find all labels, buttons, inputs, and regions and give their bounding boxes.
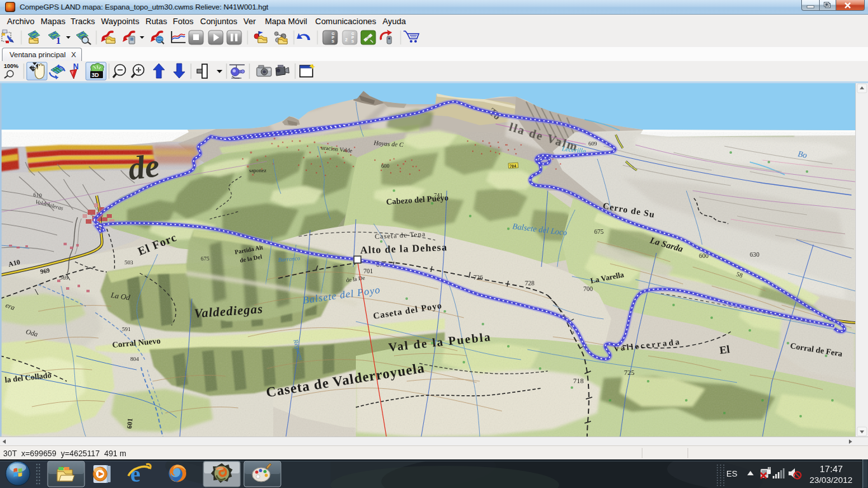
svg-text:601: 601 [125, 418, 133, 429]
svg-text:503: 503 [125, 259, 133, 266]
svg-text:725: 725 [624, 369, 635, 376]
svg-text:726: 726 [473, 274, 483, 281]
svg-text:630: 630 [750, 251, 759, 258]
svg-text:17:47: 17:47 [820, 464, 843, 474]
svg-text:741: 741 [434, 192, 443, 198]
svg-text:23/03/2012: 23/03/2012 [810, 475, 853, 485]
svg-text:728: 728 [525, 280, 534, 287]
svg-text:S: S [351, 39, 354, 43]
svg-text:saponez: saponez [249, 167, 267, 173]
svg-text:ES: ES [726, 469, 738, 478]
svg-text:600: 600 [381, 163, 390, 169]
svg-text:609: 609 [588, 140, 597, 147]
svg-text:804: 804 [130, 356, 139, 362]
svg-text:3D: 3D [92, 72, 99, 78]
svg-text:700: 700 [583, 285, 593, 292]
svg-text:100%: 100% [4, 63, 18, 69]
svg-text:El: El [719, 343, 731, 356]
svg-text:569: 569 [60, 274, 69, 281]
svg-text:2: 2 [345, 37, 348, 42]
svg-text:1: 1 [56, 36, 61, 46]
svg-text:S: S [332, 39, 334, 43]
svg-text:718: 718 [573, 377, 584, 384]
svg-text:e: e [130, 461, 140, 487]
svg-text:704: 704 [510, 163, 517, 169]
svg-text:701: 701 [363, 268, 373, 274]
svg-text:675: 675 [594, 228, 604, 235]
svg-text:591: 591 [122, 326, 131, 332]
